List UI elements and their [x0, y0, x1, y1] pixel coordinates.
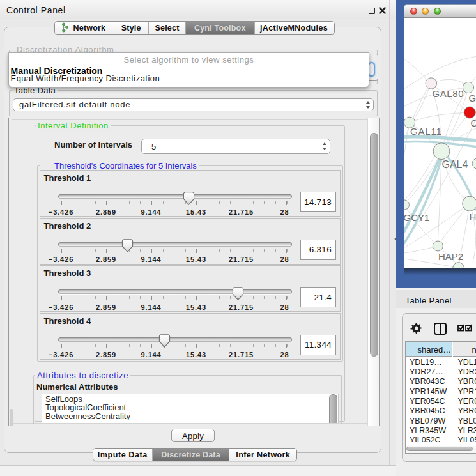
svg-text:GCY1: GCY1	[404, 212, 429, 223]
svg-text:CD: CD	[471, 118, 476, 128]
svg-text:GAL11: GAL11	[410, 126, 442, 137]
svg-text:HAP2: HAP2	[438, 251, 463, 262]
svg-text:GAL4: GAL4	[442, 159, 468, 170]
svg-text:GAL: GAL	[469, 93, 476, 104]
svg-text:HI: HI	[470, 211, 476, 222]
svg-text:GAL80: GAL80	[433, 88, 464, 99]
